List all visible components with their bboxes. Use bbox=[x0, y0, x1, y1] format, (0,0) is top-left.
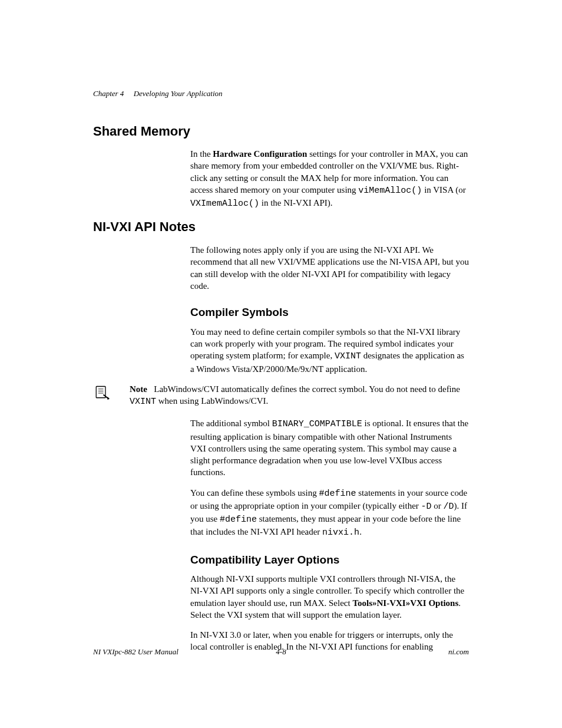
chapter-title: Developing Your Application bbox=[134, 89, 223, 98]
chapter-number: Chapter 4 bbox=[93, 89, 124, 98]
shared-memory-body: In the Hardware Configuration settings f… bbox=[190, 148, 469, 210]
heading-shared-memory: Shared Memory bbox=[93, 123, 469, 140]
heading-compat: Compatibility Layer Options bbox=[190, 552, 469, 568]
page: Chapter 4 Developing Your Application Sh… bbox=[0, 0, 562, 728]
compiler-p3: You can define these symbols using #defi… bbox=[190, 487, 469, 539]
footer: NI VXIpc-882 User Manual 4-8 ni.com bbox=[93, 647, 469, 657]
running-header: Chapter 4 Developing Your Application bbox=[93, 88, 469, 99]
heading-compiler-symbols: Compiler Symbols bbox=[190, 305, 469, 320]
api-notes-p1: The following notes apply only if you ar… bbox=[190, 244, 469, 292]
shared-memory-p1: In the Hardware Configuration settings f… bbox=[190, 148, 469, 210]
note-block: Note LabWindows/CVI automatically define… bbox=[93, 383, 469, 409]
compiler-p2: The additional symbol BINARY_COMPATIBLE … bbox=[190, 417, 469, 478]
compiler-body-cont: The additional symbol BINARY_COMPATIBLE … bbox=[190, 417, 469, 653]
footer-center: 4-8 bbox=[93, 647, 469, 657]
note-text: Note LabWindows/CVI automatically define… bbox=[130, 383, 469, 409]
note-icon bbox=[93, 384, 110, 404]
heading-api-notes: NI-VXI API Notes bbox=[93, 218, 469, 236]
api-notes-body: The following notes apply only if you ar… bbox=[190, 244, 469, 375]
compat-p1: Although NI-VXI supports multiple VXI co… bbox=[190, 573, 469, 621]
svg-rect-0 bbox=[96, 386, 105, 397]
compiler-p1: You may need to define certain compiler … bbox=[190, 326, 469, 375]
